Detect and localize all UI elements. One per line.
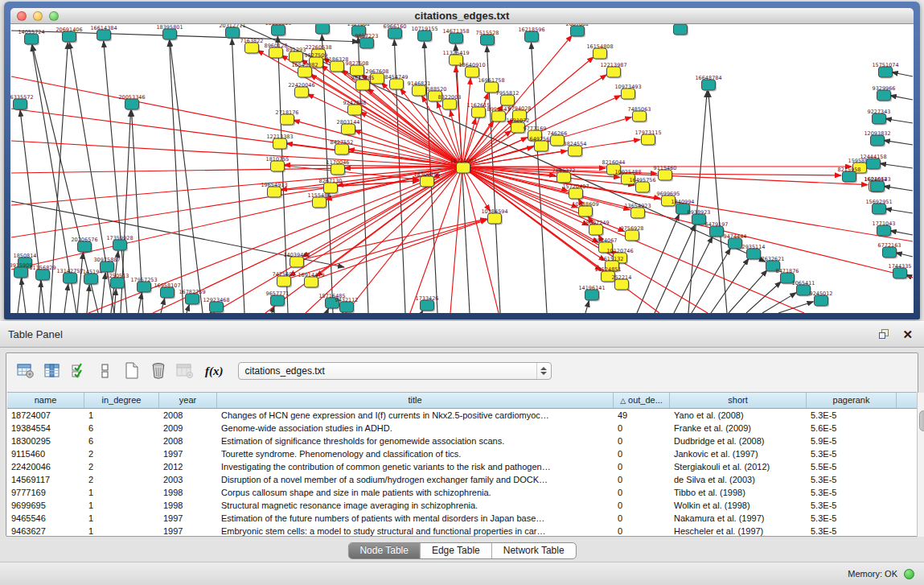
graph-node[interactable] bbox=[111, 278, 125, 288]
column-header-name[interactable]: name bbox=[7, 393, 84, 408]
graph-node[interactable] bbox=[78, 241, 92, 252]
graph-node[interactable] bbox=[418, 31, 432, 41]
column-header-in_degree[interactable]: in_degree bbox=[84, 393, 159, 408]
graph-node[interactable] bbox=[186, 294, 199, 304]
select-all-checks-icon[interactable] bbox=[69, 361, 88, 381]
tab-node-table[interactable]: Node Table bbox=[348, 543, 421, 558]
graph-node[interactable] bbox=[710, 226, 724, 237]
graph-node[interactable] bbox=[163, 29, 177, 39]
table-row[interactable]: 1938455462009Genome-wide association stu… bbox=[7, 422, 917, 435]
graph-node[interactable] bbox=[298, 67, 312, 77]
graph-node[interactable] bbox=[271, 295, 285, 306]
graph-node[interactable] bbox=[340, 302, 354, 312]
graph-node[interactable] bbox=[579, 206, 593, 216]
new-table-icon[interactable] bbox=[122, 361, 142, 381]
graph-node[interactable] bbox=[569, 188, 583, 199]
graph-node[interactable] bbox=[14, 267, 28, 278]
graph-node[interactable] bbox=[873, 113, 886, 124]
graph-node[interactable] bbox=[84, 274, 98, 284]
graph-node[interactable] bbox=[492, 111, 506, 122]
table-row[interactable]: 1872400712008Changes of HCN gene express… bbox=[7, 409, 917, 422]
graph-node[interactable] bbox=[871, 181, 885, 192]
close-panel-icon[interactable]: ✕ bbox=[902, 329, 913, 340]
graph-node[interactable] bbox=[843, 171, 856, 182]
graph-node[interactable] bbox=[269, 47, 283, 58]
graph-node[interactable] bbox=[161, 287, 175, 298]
graph-node[interactable] bbox=[277, 276, 291, 286]
graph-node[interactable] bbox=[421, 300, 434, 311]
graph-node[interactable] bbox=[525, 31, 539, 42]
graph-node[interactable] bbox=[631, 208, 645, 218]
table-row[interactable]: 969969511998Structural magnetic resonanc… bbox=[7, 499, 917, 512]
graph-node[interactable] bbox=[210, 302, 224, 312]
tab-edge-table[interactable]: Edge Table bbox=[421, 543, 492, 558]
network-canvas[interactable]: 1872400711325419186409101696175879558129… bbox=[10, 24, 914, 313]
graph-node[interactable] bbox=[305, 277, 318, 287]
graph-node[interactable] bbox=[472, 107, 486, 117]
graph-node[interactable] bbox=[871, 135, 885, 146]
table-row[interactable]: 977716911998Corpus callosum shape and si… bbox=[7, 486, 917, 499]
tab-network-table[interactable]: Network Table bbox=[492, 543, 576, 558]
graph-node[interactable] bbox=[443, 99, 457, 109]
column-header-year[interactable]: year bbox=[159, 393, 217, 408]
graph-node[interactable] bbox=[815, 295, 828, 306]
graph-node[interactable] bbox=[226, 27, 240, 38]
graph-node[interactable] bbox=[702, 80, 716, 90]
graph-node[interactable] bbox=[569, 146, 582, 156]
graph-node[interactable] bbox=[14, 99, 27, 109]
graph-node[interactable] bbox=[36, 270, 50, 280]
graph-node[interactable] bbox=[877, 90, 891, 101]
graph-node[interactable] bbox=[633, 111, 647, 122]
column-visibility-icon[interactable] bbox=[43, 361, 62, 381]
graph-node[interactable] bbox=[636, 182, 650, 192]
graph-node[interactable] bbox=[747, 249, 761, 259]
table-row[interactable]: 946362711997Embryonic stem cells: a mode… bbox=[7, 525, 917, 538]
graph-node[interactable] bbox=[729, 238, 742, 249]
graph-node[interactable] bbox=[113, 240, 127, 250]
graph-node[interactable] bbox=[281, 114, 294, 125]
graph-node[interactable] bbox=[356, 80, 370, 90]
column-header-out_de[interactable]: △out_de... bbox=[614, 393, 670, 408]
graph-node[interactable] bbox=[450, 33, 463, 43]
graph-node[interactable] bbox=[867, 159, 881, 169]
table-selector-dropdown[interactable]: citations_edges.txt bbox=[238, 362, 552, 380]
graph-node[interactable] bbox=[388, 28, 402, 39]
graph-node[interactable] bbox=[622, 89, 635, 99]
graph-node[interactable] bbox=[421, 176, 434, 187]
table-row[interactable]: 911546021997Tourette syndrome. Phenomeno… bbox=[7, 447, 917, 460]
graph-node[interactable] bbox=[607, 67, 621, 77]
graph-node[interactable] bbox=[360, 38, 374, 48]
graph-node[interactable] bbox=[272, 25, 285, 35]
graph-node[interactable] bbox=[63, 31, 76, 42]
graph-node[interactable] bbox=[290, 51, 303, 62]
graph-node[interactable] bbox=[268, 187, 281, 197]
graph-node[interactable] bbox=[271, 161, 285, 171]
graph-node[interactable] bbox=[557, 172, 571, 183]
graph-node[interactable] bbox=[877, 225, 891, 236]
column-header-pagerank[interactable]: pagerank bbox=[807, 393, 897, 408]
graph-node[interactable] bbox=[593, 48, 607, 59]
graph-node[interactable] bbox=[873, 204, 886, 214]
graph-node[interactable] bbox=[457, 163, 470, 173]
graph-node[interactable] bbox=[488, 213, 502, 224]
graph-node[interactable] bbox=[883, 247, 897, 257]
graph-node[interactable] bbox=[551, 135, 565, 146]
column-header-title[interactable]: title bbox=[217, 393, 614, 408]
graph-node[interactable] bbox=[348, 105, 362, 115]
graph-node[interactable] bbox=[313, 197, 326, 208]
graph-node[interactable] bbox=[466, 67, 479, 77]
graph-node[interactable] bbox=[335, 144, 349, 154]
graph-node[interactable] bbox=[589, 225, 603, 235]
graph-node[interactable] bbox=[626, 230, 639, 241]
graph-node[interactable] bbox=[893, 268, 907, 278]
row-boxes-icon[interactable] bbox=[96, 361, 115, 381]
graph-node[interactable] bbox=[501, 95, 515, 105]
graph-node[interactable] bbox=[413, 85, 426, 96]
graph-node[interactable] bbox=[97, 30, 111, 40]
table-row[interactable]: 2242004622012Investigating the contribut… bbox=[7, 460, 917, 473]
graph-node[interactable] bbox=[879, 67, 893, 77]
graph-node[interactable] bbox=[295, 87, 309, 97]
graph-node[interactable] bbox=[273, 138, 287, 149]
graph-node[interactable] bbox=[101, 262, 114, 272]
graph-node[interactable] bbox=[692, 214, 706, 225]
